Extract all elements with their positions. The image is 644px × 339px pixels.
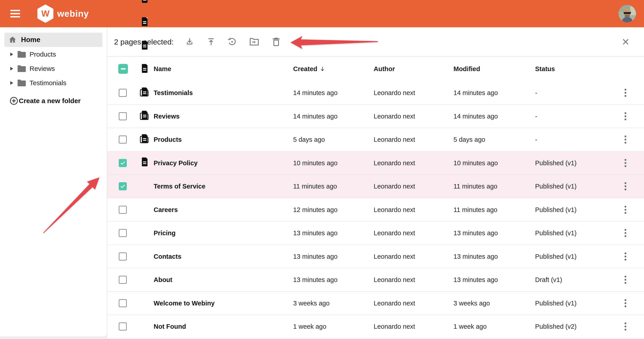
row-checkbox[interactable] bbox=[119, 252, 127, 260]
sidebar-folder-label: Testimonials bbox=[30, 79, 66, 87]
row-checkbox[interactable] bbox=[119, 322, 127, 330]
table-row[interactable]: Not Found 1 week ago Leonardo next 1 wee… bbox=[107, 315, 644, 338]
sidebar-item-testimonials[interactable]: Testimonials bbox=[0, 76, 107, 90]
row-name: Not Found bbox=[154, 323, 186, 330]
row-checkbox[interactable] bbox=[119, 112, 127, 120]
sidebar-home-label: Home bbox=[21, 36, 40, 44]
select-all-checkbox[interactable] bbox=[118, 64, 128, 74]
row-checkbox[interactable] bbox=[119, 89, 127, 97]
indeterminate-dash-icon bbox=[121, 68, 126, 70]
folder-icon bbox=[17, 64, 26, 73]
webiny-logo[interactable]: W webiny bbox=[37, 4, 89, 23]
webiny-hexagon-icon: W bbox=[37, 4, 54, 23]
row-checkbox[interactable] bbox=[119, 136, 127, 144]
table-body: Testimonials 14 minutes ago Leonardo nex… bbox=[107, 82, 644, 338]
home-icon bbox=[8, 36, 17, 44]
sidebar: Home Products Reviews bbox=[0, 27, 107, 336]
hamburger-icon bbox=[10, 10, 20, 11]
folder-icon bbox=[17, 79, 26, 87]
row-checkbox[interactable] bbox=[119, 299, 127, 307]
row-menu-button[interactable] bbox=[619, 319, 632, 334]
menu-button[interactable] bbox=[10, 10, 20, 18]
checkmark-icon bbox=[120, 183, 126, 189]
expand-caret-icon[interactable] bbox=[10, 67, 13, 70]
folder-tree: Products Reviews Testimonials bbox=[0, 47, 107, 90]
row-modified: 1 week ago bbox=[454, 323, 486, 330]
logo-letter: W bbox=[41, 9, 50, 18]
sidebar-item-reviews[interactable]: Reviews bbox=[0, 62, 107, 76]
create-folder-label: Create a new folder bbox=[19, 97, 81, 105]
sidebar-item-home[interactable]: Home bbox=[4, 33, 102, 47]
expand-caret-icon[interactable] bbox=[10, 81, 13, 85]
sidebar-item-products[interactable]: Products bbox=[0, 47, 107, 62]
row-checkbox[interactable] bbox=[119, 206, 127, 214]
row-checkbox[interactable] bbox=[119, 159, 127, 167]
main-panel: 2 pages selected: bbox=[107, 27, 644, 339]
row-status: Published (v2) bbox=[535, 323, 576, 330]
folder-icon bbox=[17, 50, 26, 58]
kebab-icon bbox=[624, 322, 626, 324]
row-created: 1 week ago bbox=[293, 323, 326, 330]
row-checkbox[interactable] bbox=[119, 276, 127, 284]
row-checkbox[interactable] bbox=[119, 182, 127, 190]
expand-caret-icon[interactable] bbox=[10, 52, 13, 56]
page-icon bbox=[141, 157, 644, 339]
webiny-app: W webiny Home bbox=[0, 0, 644, 339]
row-author: Leonardo next bbox=[374, 323, 415, 330]
sidebar-folder-label: Reviews bbox=[30, 65, 55, 72]
sidebar-folder-label: Products bbox=[30, 50, 56, 58]
checkmark-icon bbox=[120, 160, 126, 166]
circle-plus-icon bbox=[10, 96, 18, 105]
brand-name: webiny bbox=[57, 9, 89, 19]
create-folder-button[interactable]: Create a new folder bbox=[0, 94, 107, 108]
row-checkbox[interactable] bbox=[119, 229, 127, 237]
